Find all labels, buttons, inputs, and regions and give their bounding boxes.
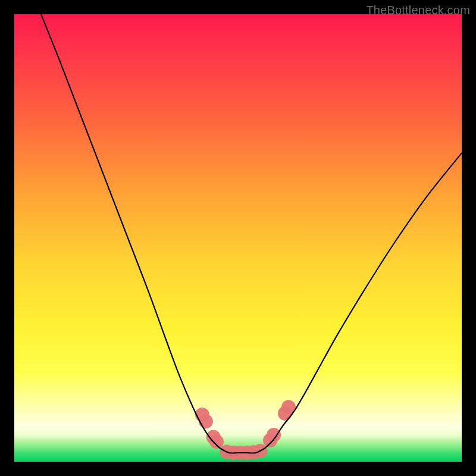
marker-right-lower-2 <box>267 428 281 442</box>
curve-left-branch <box>41 14 220 448</box>
marker-bottom-5 <box>246 445 261 459</box>
marker-bottom-1 <box>220 445 234 459</box>
marker-bottom-6 <box>253 444 268 458</box>
marker-right-upper-1 <box>278 406 292 421</box>
chart-area <box>14 14 462 462</box>
curve-bottom-flat <box>220 448 265 453</box>
marker-right-lower-1 <box>263 433 277 447</box>
marker-left-upper-2 <box>199 414 213 428</box>
marker-layer <box>195 400 296 460</box>
marker-right-upper-2 <box>281 400 296 414</box>
marker-bottom-4 <box>240 446 254 460</box>
marker-left-upper-1 <box>195 408 209 422</box>
marker-left-lower-2 <box>209 434 224 449</box>
marker-bottom-3 <box>233 446 248 460</box>
watermark: TheBottleneck.com <box>366 4 470 17</box>
curve-right-branch <box>265 153 462 448</box>
chart-svg <box>14 14 462 462</box>
marker-bottom-2 <box>227 446 241 460</box>
marker-left-lower-1 <box>206 430 221 444</box>
